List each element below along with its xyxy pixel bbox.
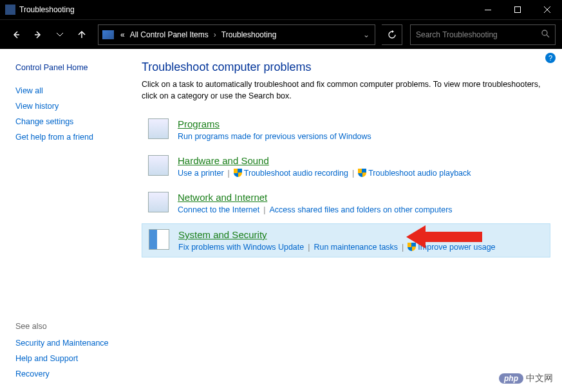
category-programs: ProgramsRun programs made for previous v…: [142, 113, 550, 146]
see-also-recovery[interactable]: Recovery: [15, 369, 129, 378]
address-dropdown-icon[interactable]: ⌄: [358, 30, 375, 39]
category-icon: [148, 192, 169, 212]
control-panel-icon: [102, 30, 114, 39]
sidebar-link-change-settings[interactable]: Change settings: [15, 117, 129, 126]
category-icon: [148, 155, 169, 176]
task-link[interactable]: Troubleshoot audio recording: [244, 169, 348, 178]
breadcrumb-current[interactable]: Troubleshooting: [219, 30, 279, 39]
category-network-and-internet: Network and InternetConnect to the Inter…: [142, 187, 550, 219]
svg-rect-1: [515, 7, 521, 13]
task-link[interactable]: Troubleshoot audio playback: [368, 169, 471, 178]
category-hardware-and-sound: Hardware and SoundUse a printer|Troubles…: [142, 150, 550, 183]
svg-point-7: [542, 30, 547, 35]
separator: |: [263, 205, 265, 214]
chevron-right-icon[interactable]: ›: [211, 30, 219, 39]
search-icon[interactable]: [541, 29, 550, 40]
window-title: Troubleshooting: [19, 5, 473, 14]
search-box[interactable]: [410, 24, 556, 45]
annotation-arrow: [406, 224, 483, 250]
sidebar-link-view-all[interactable]: View all: [15, 86, 129, 95]
see-also-label: See also: [15, 322, 129, 331]
category-title-link[interactable]: System and Security: [178, 229, 267, 240]
watermark: php 中文网: [499, 373, 553, 384]
maximize-button[interactable]: [503, 0, 532, 19]
refresh-button[interactable]: [382, 24, 402, 45]
navigation-bar: « All Control Panel Items › Troubleshoot…: [0, 19, 562, 49]
separator: |: [308, 243, 310, 252]
control-panel-home-link[interactable]: Control Panel Home: [15, 63, 129, 72]
page-heading: Troubleshoot computer problems: [142, 61, 550, 74]
main-panel: Troubleshoot computer problems Click on …: [129, 49, 562, 392]
window-titlebar: Troubleshooting: [0, 0, 562, 19]
category-icon: [148, 118, 169, 139]
minimize-button[interactable]: [473, 0, 503, 19]
search-input[interactable]: [416, 30, 541, 39]
uac-shield-icon: [234, 169, 242, 177]
svg-rect-0: [485, 10, 491, 10]
close-button[interactable]: [532, 0, 562, 19]
category-icon: [149, 229, 169, 250]
category-title-link[interactable]: Programs: [178, 118, 220, 129]
sidebar-link-get-help[interactable]: Get help from a friend: [15, 133, 129, 142]
app-icon: [5, 5, 15, 15]
task-link[interactable]: Access shared files and folders on other…: [269, 205, 452, 214]
see-also-security[interactable]: Security and Maintenance: [15, 339, 129, 348]
up-button[interactable]: [72, 25, 91, 44]
task-link[interactable]: Connect to the Internet: [178, 205, 259, 214]
breadcrumb-parent[interactable]: All Control Panel Items: [127, 30, 211, 39]
page-intro: Click on a task to automatically trouble…: [142, 79, 550, 102]
recent-dropdown[interactable]: [50, 25, 70, 44]
separator: |: [402, 243, 404, 252]
category-system-and-security: System and SecurityFix problems with Win…: [142, 223, 550, 257]
task-link[interactable]: Run programs made for previous versions …: [178, 132, 371, 141]
category-title-link[interactable]: Hardware and Sound: [178, 155, 269, 166]
sidebar: Control Panel Home View all View history…: [0, 49, 129, 392]
task-link[interactable]: Use a printer: [178, 169, 224, 178]
task-link[interactable]: Fix problems with Windows Update: [178, 243, 304, 252]
sidebar-link-view-history[interactable]: View history: [15, 102, 129, 111]
separator: |: [352, 169, 354, 178]
back-button[interactable]: [6, 25, 26, 44]
watermark-php: php: [499, 373, 523, 384]
task-link[interactable]: Run maintenance tasks: [314, 243, 398, 252]
separator: |: [228, 169, 230, 178]
svg-marker-9: [406, 225, 482, 248]
uac-shield-icon: [358, 169, 366, 177]
watermark-text: 中文网: [526, 373, 553, 384]
see-also-help[interactable]: Help and Support: [15, 354, 129, 363]
address-bar[interactable]: « All Control Panel Items › Troubleshoot…: [98, 24, 375, 45]
breadcrumb-prefix: «: [118, 30, 127, 39]
forward-button[interactable]: [28, 25, 48, 44]
category-title-link[interactable]: Network and Internet: [178, 192, 267, 203]
content-area: ? Control Panel Home View all View histo…: [0, 49, 562, 392]
help-icon[interactable]: ?: [545, 53, 556, 63]
svg-line-8: [547, 35, 549, 37]
